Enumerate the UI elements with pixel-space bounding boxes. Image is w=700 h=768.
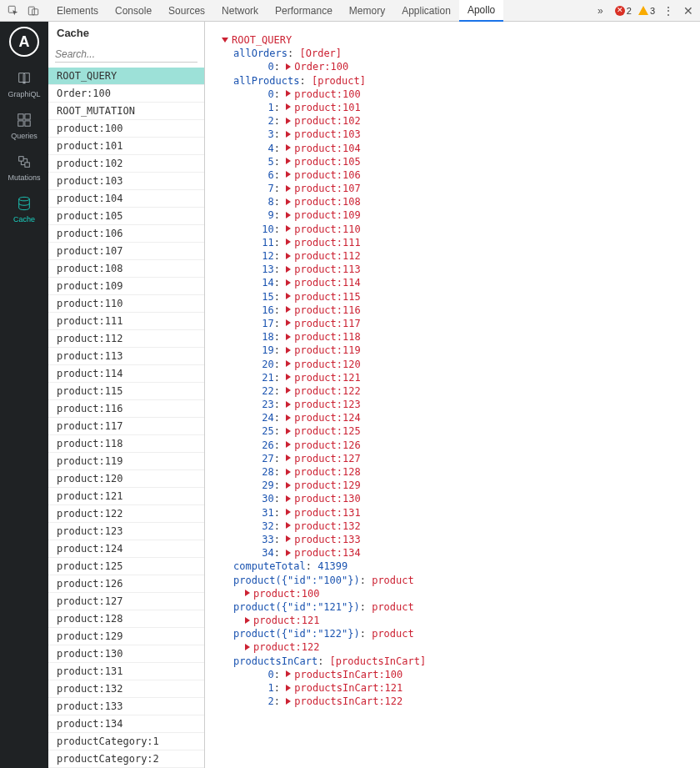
devtools-close-icon[interactable]: ✕	[682, 4, 695, 18]
cache-entry[interactable]: product:127	[48, 593, 204, 610]
caret-right-icon[interactable]	[286, 266, 291, 273]
cache-entry[interactable]: product:134	[48, 715, 204, 733]
cache-entry[interactable]: product:109	[48, 278, 204, 295]
caret-right-icon[interactable]	[286, 454, 291, 461]
devtools-tab-elements[interactable]: Elements	[48, 0, 107, 22]
tree-ref-link[interactable]: product:115	[294, 291, 360, 303]
tree-field-key[interactable]: product({"id":"100"})	[233, 575, 360, 586]
caret-right-icon[interactable]	[286, 685, 291, 691]
tree-ref-link[interactable]: productsInCart:121	[294, 682, 402, 694]
caret-right-icon[interactable]	[286, 535, 291, 542]
tree-ref-link[interactable]: product:109	[294, 209, 360, 221]
inspect-element-icon[interactable]	[5, 3, 22, 19]
tree-ref-link[interactable]: product:106	[294, 169, 360, 181]
cache-entry[interactable]: product:103	[48, 173, 204, 190]
vnav-item-mutations[interactable]: Mutations	[0, 147, 48, 188]
caret-right-icon[interactable]	[286, 131, 291, 138]
tree-ref-link[interactable]: product:122	[253, 641, 319, 653]
cache-entry[interactable]: product:128	[48, 610, 204, 628]
tree-ref-link[interactable]: product:131	[294, 507, 360, 519]
tree-ref-link[interactable]: product:119	[294, 344, 360, 356]
tree-ref-link[interactable]: product:121	[294, 372, 360, 384]
caret-down-icon[interactable]	[222, 38, 228, 43]
cache-entry[interactable]: product:115	[48, 383, 204, 400]
vnav-item-graphiql[interactable]: GraphiQL	[0, 63, 48, 105]
caret-right-icon[interactable]	[286, 469, 291, 475]
cache-entry[interactable]: product:131	[48, 663, 204, 680]
caret-right-icon[interactable]	[286, 185, 291, 192]
cache-entry[interactable]: product:110	[48, 295, 204, 313]
tree-ref-link[interactable]: product:117	[294, 318, 360, 329]
caret-right-icon[interactable]	[286, 279, 291, 286]
caret-right-icon[interactable]	[286, 482, 291, 489]
cache-entry[interactable]: productCategory:1	[48, 733, 204, 750]
tree-ref-link[interactable]: product:125	[294, 425, 360, 437]
tree-ref-link[interactable]: product:104	[294, 143, 360, 154]
cache-entry[interactable]: ROOT_QUERY	[48, 68, 204, 85]
caret-right-icon[interactable]	[286, 293, 291, 299]
tree-ref-link[interactable]: product:120	[294, 359, 360, 370]
tree-ref-link[interactable]: product:100	[294, 88, 360, 100]
tree-ref-link[interactable]: product:132	[294, 520, 360, 532]
tree-ref-link[interactable]: product:133	[294, 534, 360, 545]
tree-field-key[interactable]: product({"id":"122"})	[233, 628, 360, 640]
tree-ref-link[interactable]: Order:100	[294, 61, 348, 73]
cache-entry[interactable]: product:117	[48, 418, 204, 435]
tree-field-key[interactable]: productsInCart	[233, 655, 318, 667]
vnav-item-cache[interactable]: Cache	[0, 188, 48, 230]
caret-right-icon[interactable]	[286, 63, 291, 70]
search-input[interactable]	[55, 46, 198, 63]
devtools-tabs-overflow[interactable]: »	[589, 0, 612, 22]
caret-right-icon[interactable]	[286, 360, 291, 367]
cache-entry[interactable]: productCategory:2	[48, 750, 204, 768]
cache-entry[interactable]: product:133	[48, 698, 204, 715]
cache-entry[interactable]: product:120	[48, 470, 204, 488]
cache-entry[interactable]: product:113	[48, 348, 204, 365]
apollo-logo[interactable]: A	[9, 27, 39, 57]
caret-right-icon[interactable]	[245, 644, 250, 650]
cache-entry[interactable]: product:114	[48, 365, 204, 383]
caret-right-icon[interactable]	[286, 90, 291, 97]
tree-ref-link[interactable]: product:121	[253, 615, 319, 626]
devtools-tab-console[interactable]: Console	[107, 0, 160, 22]
caret-right-icon[interactable]	[286, 347, 291, 354]
cache-entry[interactable]: product:102	[48, 155, 204, 173]
devtools-tab-sources[interactable]: Sources	[160, 0, 213, 22]
caret-right-icon[interactable]	[286, 253, 291, 259]
tree-field-key[interactable]: allOrders	[233, 48, 288, 59]
cache-entry[interactable]: product:104	[48, 190, 204, 208]
tree-ref-link[interactable]: product:110	[294, 223, 360, 235]
caret-right-icon[interactable]	[245, 590, 250, 596]
tree-ref-link[interactable]: product:128	[294, 466, 360, 478]
tree-ref-link[interactable]: product:130	[294, 493, 360, 504]
tree-ref-link[interactable]: product:100	[253, 588, 319, 600]
cache-entry[interactable]: product:132	[48, 680, 204, 698]
tree-root[interactable]: ROOT_QUERY	[232, 34, 292, 46]
warning-count-badge[interactable]: 3	[638, 6, 655, 16]
devtools-tab-apollo[interactable]: Apollo	[459, 0, 503, 22]
caret-right-icon[interactable]	[286, 550, 291, 556]
cache-entry[interactable]: product:129	[48, 628, 204, 645]
cache-entry[interactable]: product:122	[48, 505, 204, 523]
devtools-tab-memory[interactable]: Memory	[341, 0, 393, 22]
caret-right-icon[interactable]	[245, 617, 250, 624]
tree-ref-link[interactable]: product:116	[294, 304, 360, 316]
tree-ref-link[interactable]: product:111	[294, 237, 360, 248]
caret-right-icon[interactable]	[286, 238, 291, 245]
cache-entry[interactable]: product:112	[48, 330, 204, 348]
vnav-item-queries[interactable]: Queries	[0, 105, 48, 147]
devtools-tab-network[interactable]: Network	[213, 0, 267, 22]
tree-ref-link[interactable]: product:113	[294, 264, 360, 275]
caret-right-icon[interactable]	[286, 144, 291, 151]
caret-right-icon[interactable]	[286, 212, 291, 218]
cache-entry[interactable]: product:107	[48, 243, 204, 260]
tree-ref-link[interactable]: product:112	[294, 250, 360, 262]
tree-ref-link[interactable]: product:108	[294, 196, 360, 208]
cache-entry[interactable]: product:118	[48, 435, 204, 453]
cache-entry[interactable]: product:105	[48, 208, 204, 225]
cache-entry[interactable]: product:123	[48, 523, 204, 540]
tree-ref-link[interactable]: productsInCart:122	[294, 695, 402, 707]
devtools-more-icon[interactable]: ⋮	[662, 4, 675, 18]
caret-right-icon[interactable]	[286, 414, 291, 421]
cache-entry[interactable]: product:119	[48, 453, 204, 470]
